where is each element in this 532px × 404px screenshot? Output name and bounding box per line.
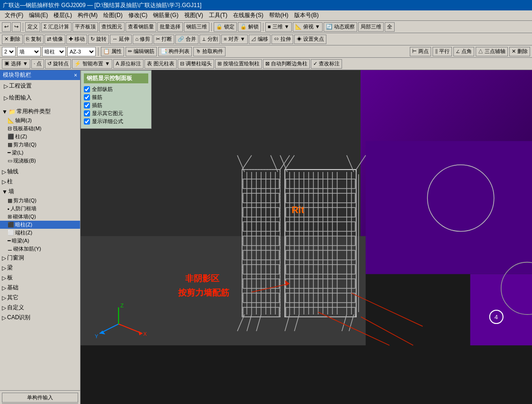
btn-column-table[interactable]: 表 图元柱表 xyxy=(144,59,177,69)
floor-select[interactable]: 2 xyxy=(2,47,16,56)
tree-col-section[interactable]: ▷ 柱 xyxy=(0,177,80,187)
menu-edit[interactable]: 编辑(E) xyxy=(26,10,51,20)
tree-shear-wall[interactable]: ▦ 剪力墙(Q) xyxy=(0,197,80,205)
btn-delete[interactable]: ✕ 删除 xyxy=(2,35,23,44)
check-stirrup[interactable]: 箍筋 xyxy=(84,93,148,101)
btn-view-rebar[interactable]: 查看钢筋量 xyxy=(126,22,156,32)
tree-raft-foundation[interactable]: ⊟ 筏板基础(M) xyxy=(0,125,80,133)
wall-sub-select[interactable]: 暗柱 xyxy=(42,47,66,56)
btn-edit-rebar[interactable]: ✏ 编辑钢筋 xyxy=(126,47,157,56)
btn-pick-comp[interactable]: 🖰 拾取构件 xyxy=(193,47,225,56)
checkbox-stirrup[interactable] xyxy=(84,94,90,100)
btn-parallel[interactable]: ∥ 平行 xyxy=(433,47,452,56)
tree-shear-wall-common[interactable]: ▦ 剪力墙(Q) xyxy=(0,141,80,149)
btn-local-3d[interactable]: 局部三维 xyxy=(358,22,384,32)
checkbox-show-formula[interactable] xyxy=(84,118,90,125)
tree-beam-section[interactable]: ▷ 梁 xyxy=(0,263,80,273)
btn-single-component-input[interactable]: 单构件输入 xyxy=(2,393,78,403)
btn-unlock[interactable]: 🔓 解锁 xyxy=(238,22,261,32)
btn-delete-axis[interactable]: ✕ 删除 xyxy=(509,47,530,56)
menu-rebar-qty[interactable]: 钢筋量(G) xyxy=(150,10,181,20)
btn-all[interactable]: 全 xyxy=(385,22,395,32)
check-all-rebar[interactable]: 全部纵筋 xyxy=(84,85,148,93)
btn-two-point[interactable]: ⊢ 两点 xyxy=(410,47,431,56)
sidebar-close-btn[interactable]: × xyxy=(74,72,77,79)
btn-redo[interactable]: ↪ xyxy=(12,22,21,32)
menu-component[interactable]: 构件(M) xyxy=(75,10,100,20)
menu-version[interactable]: 版本号(B) xyxy=(291,10,322,20)
btn-point-draw[interactable]: · 点 xyxy=(31,59,44,69)
tree-door-window[interactable]: ▷ 门窗洞 xyxy=(0,253,80,263)
tree-axis-net[interactable]: 📐 轴网(J) xyxy=(0,117,80,125)
btn-lock[interactable]: 🔒 锁定 xyxy=(214,22,237,32)
canvas-viewport[interactable]: 钢筋显示控制面板 全部纵筋 箍筋 插筋 显示其它图元 显示详细公式 xyxy=(81,70,532,404)
btn-3d[interactable]: ■ 三维 ▼ xyxy=(265,22,292,32)
sidebar-draw-input-btn[interactable]: ▷ 绘图输入 xyxy=(2,93,78,103)
btn-extend[interactable]: ↔ 延伸 xyxy=(110,35,132,44)
btn-dynamic-view[interactable]: 🔄 动态观察 xyxy=(324,22,357,32)
btn-check-mark[interactable]: ✓ 查改标注 xyxy=(311,59,342,69)
btn-undo[interactable]: ↩ xyxy=(2,22,11,32)
btn-smart-layout[interactable]: ⚡ 智能布置 ▼ xyxy=(72,59,112,69)
tree-end-col[interactable]: ⬜ 端柱(Z) xyxy=(0,229,80,237)
menu-help[interactable]: 帮助(H) xyxy=(266,10,291,20)
btn-three-point-aux[interactable]: △ 三点辅轴 xyxy=(476,47,508,56)
check-insert-rebar[interactable]: 插筋 xyxy=(84,101,148,109)
btn-draw-by-wall[interactable]: ⊞ 按墙位置绘制柱 xyxy=(215,59,262,69)
btn-point-angle[interactable]: ∠ 点角 xyxy=(453,47,474,56)
btn-align[interactable]: ≡ 对齐 ▼ xyxy=(221,35,247,44)
btn-break[interactable]: ✂ 打断 xyxy=(153,35,174,44)
btn-mirror[interactable]: ⇄ 镜像 xyxy=(45,35,65,44)
btn-top-view[interactable]: 📐 俯视 ▼ xyxy=(293,22,323,32)
menu-modify[interactable]: 修改(C) xyxy=(126,10,151,20)
btn-trim[interactable]: ⌂ 修剪 xyxy=(133,35,153,44)
tree-custom[interactable]: ▷ 自定义 xyxy=(0,303,80,313)
btn-comp-list[interactable]: 📑 构件列表 xyxy=(158,47,192,56)
btn-property[interactable]: 📋 属性 xyxy=(101,47,124,56)
tree-others[interactable]: ▷ 其它 xyxy=(0,293,80,303)
tree-foundation[interactable]: ▷ 基础 xyxy=(0,283,80,293)
btn-offset[interactable]: ⊿ 编移 xyxy=(249,35,271,44)
btn-set-grip[interactable]: ◈ 设置夹点 xyxy=(294,35,326,44)
menu-online[interactable]: 在线服务(S) xyxy=(230,10,266,20)
tree-axis-section[interactable]: ▷ 轴线 xyxy=(0,167,80,177)
btn-batch-select[interactable]: 批量选择 xyxy=(157,22,183,32)
btn-adj-col-end[interactable]: ⊟ 调整柱端头 xyxy=(178,59,214,69)
menu-tools[interactable]: 工具(T) xyxy=(206,10,230,20)
tree-common-types[interactable]: ▼ 📁 常用构件类型 xyxy=(0,107,80,117)
tree-civil-defense-wall[interactable]: ▪ 人防门框墙 xyxy=(0,205,80,213)
btn-split[interactable]: ⊥ 分割 xyxy=(199,35,220,44)
tree-slab-section[interactable]: ▷ 板 xyxy=(0,273,80,283)
btn-rotate[interactable]: ↻ 旋转 xyxy=(88,35,109,44)
check-other-elements[interactable]: 显示其它图元 xyxy=(84,109,148,117)
btn-copy[interactable]: ⎘ 复制 xyxy=(24,35,44,44)
btn-auto-corner-col[interactable]: ⊠ 自动判断边角柱 xyxy=(263,59,310,69)
check-show-formula[interactable]: 显示详细公式 xyxy=(84,117,148,126)
btn-summary[interactable]: Σ 汇总计算 xyxy=(41,22,72,32)
btn-define[interactable]: 定义 xyxy=(25,22,40,32)
btn-rotate-point[interactable]: ↺ 旋转点 xyxy=(45,59,71,69)
element-select[interactable]: AZ-3 xyxy=(67,47,96,56)
tree-cad[interactable]: ▷ CAD识别 xyxy=(0,313,80,323)
checkbox-other-elements[interactable] xyxy=(84,110,90,117)
tree-hidden-beam[interactable]: ━ 暗梁(A) xyxy=(0,237,80,245)
checkbox-all-rebar[interactable] xyxy=(84,86,90,92)
btn-select[interactable]: ▣ 选择 ▼ xyxy=(2,59,30,69)
menu-view[interactable]: 视图(V) xyxy=(181,10,206,20)
menu-draw[interactable]: 绘图(D) xyxy=(100,10,126,20)
tree-slab[interactable]: ▭ 现浇板(B) xyxy=(0,157,80,165)
btn-rebar-3d[interactable]: 钢筋三维 xyxy=(184,22,209,32)
btn-in-place-mark[interactable]: A 原位标注 xyxy=(113,59,144,69)
btn-floor-top[interactable]: 平齐板顶 xyxy=(72,22,98,32)
sidebar-project-settings-btn[interactable]: ▷ 工程设置 xyxy=(2,81,78,91)
wall-type-select[interactable]: 墙 xyxy=(17,47,41,56)
btn-move[interactable]: ✚ 移动 xyxy=(66,35,87,44)
checkbox-insert-rebar[interactable] xyxy=(84,102,90,108)
tree-hidden-col[interactable]: ⬛ 暗柱(Z) xyxy=(0,221,80,229)
btn-join[interactable]: 🔗 合并 xyxy=(175,35,198,44)
btn-stretch[interactable]: ⇔ 拉伸 xyxy=(271,35,293,44)
menu-floor[interactable]: 楼层(L) xyxy=(51,10,75,20)
tree-beam[interactable]: ━ 梁(L) xyxy=(0,149,80,157)
tree-masonry-wall[interactable]: ⊞ 砌体墙(Q) xyxy=(0,213,80,221)
menu-file[interactable]: 文件(F) xyxy=(2,10,26,20)
